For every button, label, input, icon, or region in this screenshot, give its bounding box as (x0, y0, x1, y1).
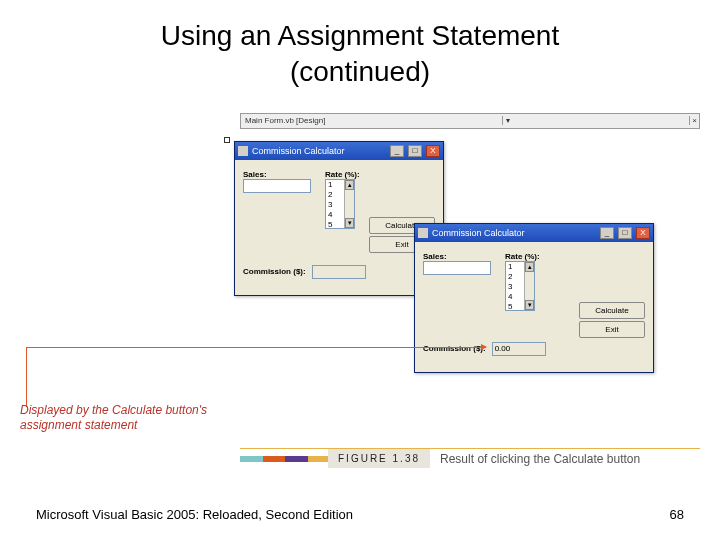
form-body: Sales: Rate (%): 1 2 3 4 5 ▴ ▾ (235, 160, 443, 295)
sales-input[interactable] (423, 261, 491, 275)
callout-text: Displayed by the Calculate button's assi… (20, 403, 230, 434)
commission-calculator-design-window: Commission Calculator _ □ X Sales: Rate … (234, 141, 444, 296)
exit-button[interactable]: Exit (579, 321, 645, 338)
tab-label[interactable]: Main Form.vb [Design] (245, 116, 325, 125)
document-tab-bar: Main Form.vb [Design] ▾ × (240, 113, 700, 129)
sales-label: Sales: (243, 170, 315, 179)
callout-line2: assignment statement (20, 418, 137, 432)
close-button[interactable]: X (636, 227, 650, 239)
app-icon (418, 228, 428, 238)
commission-output: 0.00 (492, 342, 546, 356)
callout-line1: Displayed by the Calculate button's (20, 403, 207, 417)
slide-footer: Microsoft Visual Basic 2005: Reloaded, S… (36, 507, 684, 522)
scroll-down-icon[interactable]: ▾ (345, 218, 354, 228)
rate-label: Rate (%): (325, 170, 435, 179)
close-button[interactable]: X (426, 145, 440, 157)
commission-output (312, 265, 366, 279)
maximize-button[interactable]: □ (408, 145, 422, 157)
figure-caption-text: Result of clicking the Calculate button (440, 452, 640, 466)
titlebar[interactable]: Commission Calculator _ □ X (235, 142, 443, 160)
commission-label: Commission ($): (243, 267, 306, 276)
footer-text: Microsoft Visual Basic 2005: Reloaded, S… (36, 507, 353, 522)
commission-label: Commission ($): (423, 344, 486, 353)
sales-input[interactable] (243, 179, 311, 193)
scrollbar[interactable]: ▴ ▾ (344, 180, 354, 228)
figure-number: FIGURE 1.38 (328, 449, 430, 468)
titlebar[interactable]: Commission Calculator _ □ X (415, 224, 653, 242)
callout-line (26, 347, 27, 407)
figure-area: Main Form.vb [Design] ▾ × Commission Cal… (20, 113, 700, 473)
window-title: Commission Calculator (252, 146, 386, 156)
minimize-button[interactable]: _ (390, 145, 404, 157)
scrollbar[interactable]: ▴ ▾ (524, 262, 534, 310)
maximize-button[interactable]: □ (618, 227, 632, 239)
commission-calculator-runtime-window: Commission Calculator _ □ X Sales: Rate … (414, 223, 654, 373)
scroll-down-icon[interactable]: ▾ (525, 300, 534, 310)
rate-listbox[interactable]: 1 2 3 4 5 ▴ ▾ (325, 179, 355, 229)
title-line1: Using an Assignment Statement (161, 20, 559, 51)
app-icon (238, 146, 248, 156)
scroll-up-icon[interactable]: ▴ (345, 180, 354, 190)
figure-caption-bar: FIGURE 1.38 Result of clicking the Calcu… (240, 445, 700, 473)
window-title: Commission Calculator (432, 228, 596, 238)
callout-arrow-icon (26, 347, 486, 348)
sales-label: Sales: (423, 252, 495, 261)
form-body: Sales: Rate (%): 1 2 3 4 5 ▴ ▾ (415, 242, 653, 372)
figure-color-bar-icon (240, 456, 330, 462)
calculate-button[interactable]: Calculate (579, 302, 645, 319)
minimize-button[interactable]: _ (600, 227, 614, 239)
rate-listbox[interactable]: 1 2 3 4 5 ▴ ▾ (505, 261, 535, 311)
slide-title: Using an Assignment Statement (continued… (0, 0, 720, 97)
title-line2: (continued) (290, 56, 430, 87)
tab-dropdown-icon[interactable]: ▾ (502, 116, 512, 125)
page-number: 68 (670, 507, 684, 522)
rate-label: Rate (%): (505, 252, 645, 261)
selection-handle-icon (224, 137, 230, 143)
scroll-up-icon[interactable]: ▴ (525, 262, 534, 272)
tab-close-icon[interactable]: × (689, 116, 699, 125)
